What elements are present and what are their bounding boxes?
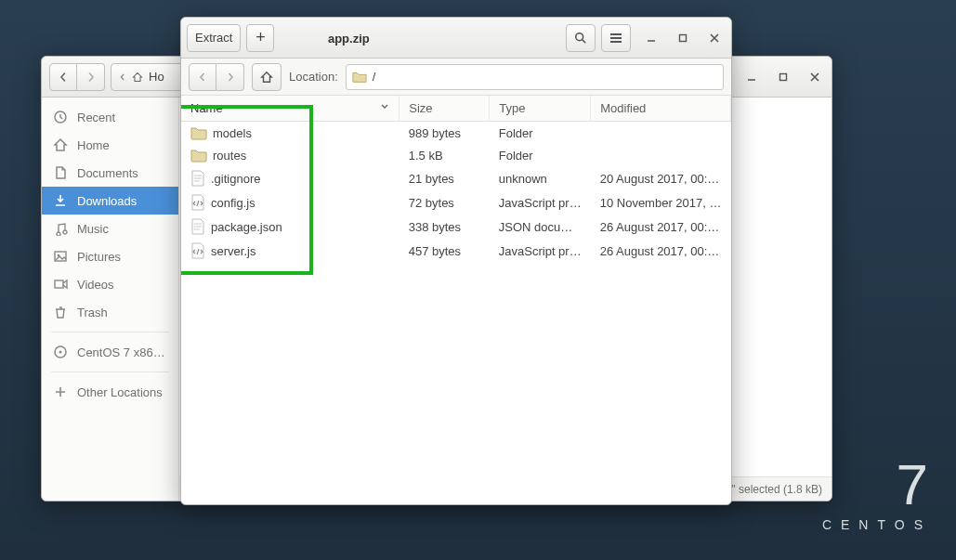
- sidebar-item-label: Downloads: [77, 194, 137, 208]
- file-type: JSON docu…: [490, 215, 591, 239]
- minimize-button[interactable]: [740, 66, 763, 88]
- file-modified: [591, 144, 731, 166]
- file-type: Folder: [490, 122, 591, 145]
- close-icon: [810, 72, 819, 82]
- file-row[interactable]: routes1.5 kBFolder: [181, 144, 731, 166]
- disc-icon: [53, 345, 68, 359]
- chevron-left-icon: [198, 72, 207, 82]
- file-row[interactable]: config.js72 bytesJavaScript pr…10 Novemb…: [181, 190, 731, 215]
- file-row[interactable]: server.js457 bytesJavaScript pr…26 Augus…: [181, 239, 731, 263]
- forward-button[interactable]: [77, 63, 105, 91]
- column-header-type[interactable]: Type: [490, 96, 591, 122]
- archive-window: Extract + app.zip Location:: [180, 17, 732, 505]
- search-icon: [574, 32, 587, 45]
- svg-line-10: [583, 39, 586, 43]
- svg-rect-15: [680, 34, 687, 41]
- status-text: " selected (1.8 kB): [731, 483, 822, 496]
- svg-rect-1: [780, 73, 787, 80]
- search-button[interactable]: [566, 24, 596, 52]
- script-icon: [190, 242, 205, 259]
- sidebar-item-recent[interactable]: Recent: [42, 103, 178, 131]
- trash-icon: [53, 305, 68, 319]
- sidebar-item-trash[interactable]: Trash: [42, 298, 178, 326]
- sidebar-item-music[interactable]: Music: [42, 215, 178, 242]
- hamburger-icon: [609, 33, 622, 44]
- sidebar-item-label: Trash: [77, 306, 108, 319]
- nautilus-path-label: Ho: [149, 70, 164, 84]
- brand-version: 7: [822, 456, 932, 514]
- location-path: /: [373, 70, 376, 84]
- nautilus-nav-buttons: [49, 63, 105, 91]
- file-name: routes: [213, 149, 246, 163]
- column-label: Name: [190, 101, 223, 115]
- maximize-button[interactable]: [672, 27, 694, 49]
- file-row[interactable]: .gitignore21 bytesunknown20 August 2017,…: [181, 166, 731, 190]
- download-icon: [53, 193, 68, 208]
- archive-back-button[interactable]: [189, 63, 216, 91]
- file-type: JavaScript pr…: [490, 190, 591, 215]
- close-button[interactable]: [703, 27, 726, 49]
- file-size: 1.5 kB: [399, 144, 490, 166]
- svg-point-9: [576, 33, 583, 40]
- back-button[interactable]: [49, 63, 77, 91]
- chevron-left-icon: [59, 72, 68, 82]
- minimize-button[interactable]: [640, 27, 662, 49]
- column-label: Modified: [600, 101, 646, 115]
- menu-button[interactable]: [601, 24, 631, 52]
- file-modified: 26 August 2017, 00:…: [591, 215, 731, 239]
- script-icon: [190, 194, 205, 211]
- sidebar-item-label: Pictures: [77, 250, 121, 264]
- plus-icon: [53, 384, 68, 399]
- sidebar-item-label: Other Locations: [77, 385, 163, 399]
- file-name: models: [213, 126, 252, 140]
- file-modified: 20 August 2017, 00:…: [591, 166, 731, 190]
- chevron-right-icon: [86, 72, 96, 82]
- archive-home-button[interactable]: [252, 63, 282, 91]
- sidebar-item-videos[interactable]: Videos: [42, 270, 178, 298]
- column-header-modified[interactable]: Modified: [591, 96, 731, 122]
- maximize-button[interactable]: [772, 66, 794, 88]
- music-icon: [53, 221, 68, 236]
- sidebar-item-pictures[interactable]: Pictures: [42, 242, 178, 270]
- nautilus-path-bar[interactable]: Ho: [111, 63, 185, 91]
- file-name: .gitignore: [211, 172, 260, 186]
- minimize-icon: [747, 72, 756, 82]
- column-header-size[interactable]: Size: [399, 96, 490, 122]
- archive-forward-button[interactable]: [216, 63, 244, 91]
- sidebar-place[interactable]: CentOS 7 x86…: [42, 338, 178, 366]
- archive-titlebar: Extract + app.zip: [181, 18, 731, 59]
- sidebar-item-label: Recent: [77, 111, 115, 124]
- column-header-name[interactable]: Name: [181, 96, 399, 122]
- clock-icon: [53, 110, 68, 124]
- sidebar-item-downloads[interactable]: Downloads: [42, 187, 178, 215]
- extract-button[interactable]: Extract: [187, 24, 241, 52]
- home-icon: [132, 72, 143, 83]
- file-size: 457 bytes: [399, 239, 490, 263]
- file-name: config.js: [211, 196, 255, 210]
- file-row[interactable]: models989 bytesFolder: [181, 122, 731, 145]
- nautilus-sidebar: RecentHomeDocumentsDownloadsMusicPicture…: [42, 98, 179, 501]
- sidebar-item-home[interactable]: Home: [42, 131, 178, 159]
- location-input[interactable]: /: [346, 64, 724, 90]
- file-type: unknown: [490, 166, 591, 190]
- close-button[interactable]: [804, 66, 826, 88]
- folder-icon: [190, 148, 207, 163]
- minimize-icon: [647, 33, 656, 43]
- document-icon: [53, 165, 68, 180]
- archive-title: app.zip: [328, 32, 370, 46]
- file-size: 338 bytes: [399, 215, 490, 239]
- file-row[interactable]: package.json338 bytesJSON docu…26 August…: [181, 215, 731, 239]
- file-modified: 10 November 2017, …: [591, 190, 731, 215]
- column-label: Size: [409, 101, 432, 115]
- videos-icon: [53, 277, 68, 292]
- desktop-branding: 7 CENTOS: [822, 456, 932, 532]
- add-button[interactable]: +: [246, 24, 274, 52]
- file-size: 989 bytes: [399, 122, 490, 145]
- sidebar-item-documents[interactable]: Documents: [42, 159, 178, 187]
- file-table: Name Size Type Modified models989 bytesF…: [181, 96, 731, 263]
- file-type: JavaScript pr…: [490, 239, 591, 263]
- file-name: server.js: [211, 244, 255, 258]
- sidebar-other-locations[interactable]: Other Locations: [42, 378, 178, 406]
- chevron-right-icon: [226, 72, 235, 82]
- file-icon: [190, 218, 205, 235]
